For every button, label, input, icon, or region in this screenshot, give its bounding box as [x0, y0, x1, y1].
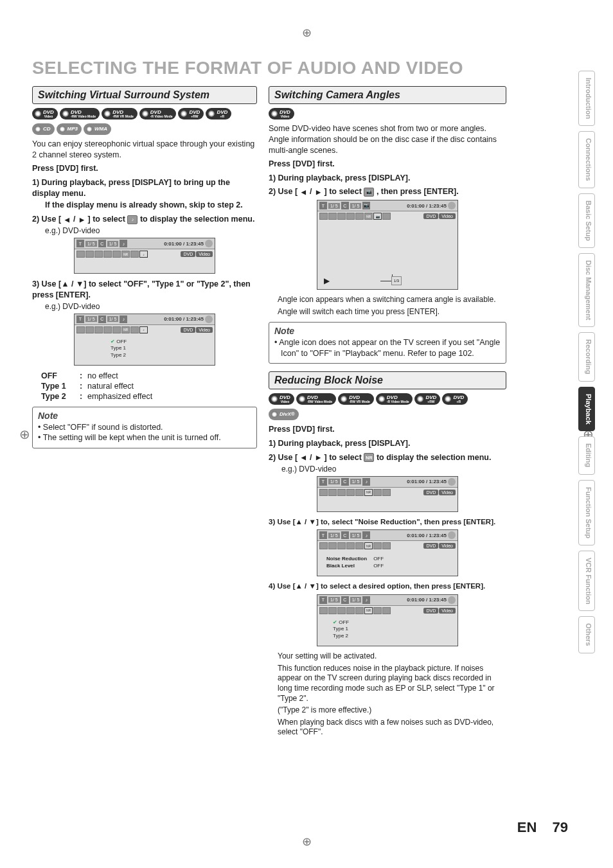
osd-setting-value: OFF	[373, 555, 390, 562]
nc-tag-a: DVD	[423, 608, 438, 614]
disc-badge-label: DVDVideo	[43, 110, 54, 118]
surround-icon: ♪	[127, 215, 138, 224]
na-m8	[382, 489, 391, 496]
osd3-chapter-counter: 1/ 5	[107, 316, 119, 322]
disc-badge-sub: -RW Video Mode	[307, 400, 332, 403]
cam-m5	[355, 213, 364, 220]
disc-badge: DVD-R Video Mode	[139, 108, 177, 120]
noise-step2-b: ] to select	[324, 453, 362, 462]
cam-m8	[382, 213, 391, 220]
definition-row: Type 1:natural effect	[41, 381, 257, 391]
disc-badge: DVD-RW Video Mode	[296, 393, 336, 405]
na-t: T	[319, 478, 327, 486]
nb-m7	[373, 542, 382, 549]
disc-badge-sub: -R Video Mode	[387, 400, 409, 403]
cam-osd: T 1/ 5 C 1/ 5 📷 0:01:00 / 1:23:45 NR 📷	[317, 200, 458, 290]
side-tab-playback[interactable]: Playback	[578, 387, 595, 432]
disc-badge: MP3	[57, 123, 82, 135]
disc-badge-label: DVD-RW Video Mode	[71, 110, 96, 118]
disc-badge-sub: -R Video Mode	[150, 115, 173, 118]
cam-m4	[346, 213, 355, 220]
side-tab-recording[interactable]: Recording	[578, 332, 595, 381]
definition-colon: :	[80, 392, 87, 401]
nb-icon: ♪	[362, 531, 370, 539]
osd-setting-row: Black LevelOFF	[326, 562, 390, 569]
cam-osd-tcnt: 1/ 5	[328, 203, 340, 209]
osd-time: 0:01:00 / 1:23:45	[164, 241, 204, 247]
side-tab-disc-management[interactable]: Disc Management	[578, 253, 595, 328]
osd-chapter-icon: C	[98, 240, 106, 247]
side-tab-introduction[interactable]: Introduction	[578, 71, 595, 126]
angle-icon: 📷	[364, 188, 374, 197]
nc-menu-t1: Type 1	[333, 626, 454, 632]
na-icon: ♪	[362, 478, 370, 486]
vs-note-title: Note	[38, 411, 251, 421]
nc-m-nr: NR	[364, 607, 373, 614]
osd-mini-4	[103, 251, 112, 258]
disc-badge-label: DVDVideo	[280, 110, 290, 118]
cam-osd-t: T	[319, 202, 327, 209]
cam-press-first: Press [DVD] first.	[269, 159, 506, 170]
nc-ccnt: 1/ 5	[350, 597, 362, 603]
osd-mini-6: NR	[121, 251, 130, 258]
nb-m4	[346, 542, 355, 549]
noise-step4: 4) Use [▲ / ▼] to select a desired optio…	[269, 581, 506, 592]
osd-setting-value: OFF	[373, 562, 390, 569]
disc-badge: DVDVideo	[269, 393, 294, 405]
disc-badge-sub: +R	[453, 400, 464, 403]
cam-tag-a: DVD	[423, 213, 438, 219]
side-tab-vcr-function[interactable]: VCR Function	[578, 551, 595, 612]
noise-after2: This function reduces noise in the playb…	[278, 664, 506, 704]
disc-badge: DVD+R	[206, 108, 231, 120]
disc-badge-label: MP3	[67, 127, 78, 132]
noise-step2-a: 2) Use [	[269, 453, 298, 462]
osd3-tag-a: DVD	[181, 327, 195, 333]
osd3-m1	[76, 326, 85, 333]
disc-icon	[271, 411, 278, 418]
nc-icon: ♪	[362, 596, 370, 604]
noise-after1: Your setting will be activated.	[278, 651, 506, 662]
note-item: Select "OFF" if sound is distorted.	[38, 422, 251, 432]
osd-mini-3	[94, 251, 103, 258]
disc-icon	[417, 396, 423, 402]
cam-note-list: Angle icon does not appear on the TV scr…	[274, 337, 501, 359]
disc-icon	[86, 126, 93, 132]
side-tab-editing[interactable]: Editing	[578, 436, 595, 474]
side-tab-function-setup[interactable]: Function Setup	[578, 480, 595, 545]
cam-play-icon: ▶	[324, 276, 330, 285]
column-right: Switching Camera Angles DVDVideo Some DV…	[269, 86, 506, 739]
cam-m2	[328, 213, 337, 220]
disc-badge: DVD+RW	[178, 108, 204, 120]
na-m-nr: NR	[364, 489, 373, 496]
nc-m1	[319, 607, 328, 614]
na-m7	[373, 489, 382, 496]
vs-step1: 1) During playback, press [DISPLAY] to b…	[32, 177, 257, 199]
na-m2	[328, 489, 337, 496]
disc-icon	[35, 126, 41, 132]
vs-step2: 2) Use [ ◀ / ▶ ] to select ♪ to display …	[32, 214, 257, 225]
na-tag-b: Video	[439, 490, 456, 495]
nb-c: C	[341, 531, 349, 539]
registration-mark-top: ⊕	[302, 26, 312, 40]
osd-status-pill	[205, 240, 213, 247]
osd3-menu: OFF Type 1 Type 2	[111, 339, 211, 359]
nb-m1	[319, 542, 328, 549]
side-tab-others[interactable]: Others	[578, 616, 595, 653]
cam-osd-angle: 📷	[362, 202, 370, 209]
na-c: C	[341, 478, 349, 486]
side-tab-basic-setup[interactable]: Basic Setup	[578, 193, 595, 248]
nb-m-nr: NR	[364, 542, 373, 549]
noise-left-arrow-icon: ◀	[300, 454, 308, 461]
disc-badge-label: CD	[43, 127, 51, 132]
nc-c: C	[341, 596, 349, 604]
disc-badge-sub: +R	[217, 115, 227, 118]
noise-disc-row-1: DVDVideoDVD-RW Video ModeDVD-RW VR ModeD…	[269, 393, 506, 405]
nc-m7	[373, 607, 382, 614]
nc-m2	[328, 607, 337, 614]
vs-eg2: e.g.) DVD-video	[32, 302, 257, 311]
disc-icon	[35, 111, 41, 117]
noise-step1: 1) During playback, press [DISPLAY].	[269, 438, 506, 449]
definition-term: Type 2	[41, 392, 80, 401]
noise-osd-b: T 1/ 5 C 1/ 5 ♪ 0:01:00 / 1:23:45 NR D	[317, 529, 458, 576]
side-tab-connections[interactable]: Connections	[578, 131, 595, 188]
